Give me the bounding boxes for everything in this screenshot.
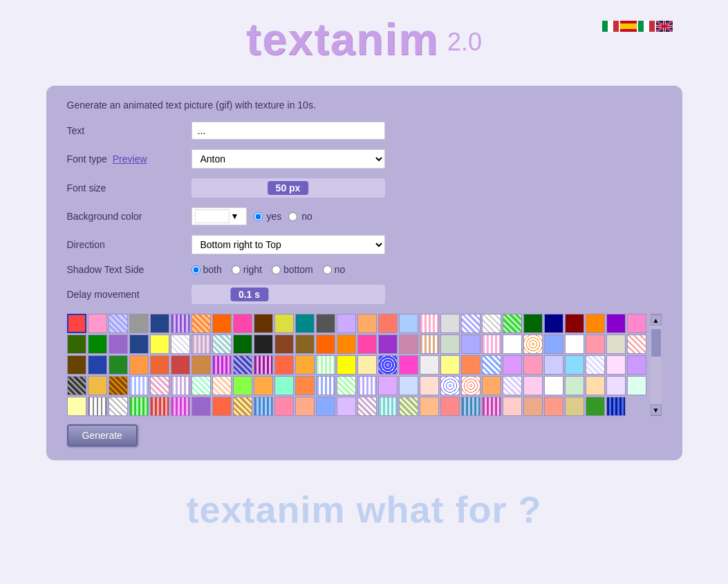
texture-cell[interactable]	[171, 335, 190, 354]
texture-cell[interactable]	[399, 314, 418, 333]
texture-cell[interactable]	[420, 376, 439, 395]
texture-cell[interactable]	[88, 355, 107, 375]
flag-spanish[interactable]	[620, 21, 637, 32]
texture-cell[interactable]	[523, 335, 543, 354]
texture-cell[interactable]	[129, 355, 149, 375]
texture-cell[interactable]	[337, 335, 356, 354]
texture-cell[interactable]	[212, 335, 232, 354]
texture-cell[interactable]	[523, 314, 543, 333]
texture-cell[interactable]	[316, 335, 335, 354]
texture-cell[interactable]	[399, 376, 418, 395]
texture-cell[interactable]	[254, 335, 273, 354]
texture-cell[interactable]	[129, 335, 149, 354]
texture-cell[interactable]	[274, 335, 294, 354]
texture-cell[interactable]	[233, 335, 252, 354]
texture-cell[interactable]	[316, 314, 335, 333]
texture-cell[interactable]	[129, 314, 149, 333]
texture-cell[interactable]	[171, 314, 190, 333]
texture-cell[interactable]	[254, 397, 273, 416]
texture-cell[interactable]	[295, 335, 315, 354]
texture-cell[interactable]	[67, 397, 86, 416]
texture-cell[interactable]	[503, 397, 522, 416]
color-dropdown-button[interactable]: ▼	[230, 211, 241, 221]
texture-cell[interactable]	[109, 397, 128, 416]
texture-cell[interactable]	[420, 314, 439, 333]
texture-cell[interactable]	[565, 335, 584, 354]
flag-uk[interactable]	[656, 21, 673, 32]
texture-cell[interactable]	[440, 355, 460, 375]
texture-cell[interactable]	[337, 355, 356, 375]
texture-cell[interactable]	[503, 376, 522, 395]
texture-cell[interactable]	[316, 397, 335, 416]
texture-cell[interactable]	[109, 314, 128, 333]
texture-cell[interactable]	[233, 397, 252, 416]
texture-cell[interactable]	[378, 355, 398, 375]
texture-cell[interactable]	[171, 355, 190, 375]
texture-cell[interactable]	[586, 355, 605, 375]
texture-cell[interactable]	[88, 314, 107, 333]
texture-cell[interactable]	[399, 335, 418, 354]
texture-cell[interactable]	[440, 314, 460, 333]
texture-cell[interactable]	[503, 335, 522, 354]
texture-cell[interactable]	[357, 376, 377, 395]
texture-cell[interactable]	[461, 355, 480, 375]
texture-cell[interactable]	[192, 355, 211, 375]
texture-cell[interactable]	[461, 335, 480, 354]
flag-italian[interactable]	[602, 21, 619, 32]
texture-cell[interactable]	[150, 355, 169, 375]
texture-cell[interactable]	[337, 314, 356, 333]
texture-cell[interactable]	[482, 314, 501, 333]
texture-cell[interactable]	[109, 355, 128, 375]
texture-cell[interactable]	[192, 376, 211, 395]
texture-cell[interactable]	[523, 355, 543, 375]
texture-cell[interactable]	[440, 397, 460, 416]
texture-cell[interactable]	[295, 314, 315, 333]
texture-cell[interactable]	[171, 397, 190, 416]
texture-cell[interactable]	[606, 355, 626, 375]
texture-cell[interactable]	[357, 355, 377, 375]
texture-cell[interactable]	[295, 376, 315, 395]
scroll-down-button[interactable]: ▼	[651, 404, 662, 415]
scroll-thumb[interactable]	[651, 329, 661, 357]
texture-cell[interactable]	[357, 397, 377, 416]
texture-cell[interactable]	[544, 335, 563, 354]
texture-cell[interactable]	[233, 355, 252, 375]
texture-cell[interactable]	[440, 376, 460, 395]
texture-cell[interactable]	[565, 314, 584, 333]
texture-cell[interactable]	[606, 376, 626, 395]
texture-cell[interactable]	[212, 355, 232, 375]
texture-cell[interactable]	[109, 335, 128, 354]
texture-cell[interactable]	[440, 335, 460, 354]
texture-cell[interactable]	[109, 376, 128, 395]
texture-cell[interactable]	[482, 335, 501, 354]
texture-cell[interactable]	[357, 335, 377, 354]
direction-select[interactable]: Bottom right to Top Left to Right Right …	[192, 235, 385, 254]
texture-cell[interactable]	[233, 314, 252, 333]
texture-cell[interactable]	[627, 314, 646, 333]
preview-link[interactable]: Preview	[113, 153, 147, 164]
texture-cell[interactable]	[544, 314, 563, 333]
texture-cell[interactable]	[378, 376, 398, 395]
texture-cell[interactable]	[254, 314, 273, 333]
texture-cell[interactable]	[378, 335, 398, 354]
bg-yes-radio[interactable]	[254, 212, 263, 221]
texture-cell[interactable]	[586, 397, 605, 416]
texture-cell[interactable]	[192, 397, 211, 416]
texture-cell[interactable]	[503, 314, 522, 333]
texture-cell[interactable]	[606, 335, 626, 354]
texture-cell[interactable]	[233, 376, 252, 395]
texture-cell[interactable]	[399, 355, 418, 375]
generate-button[interactable]: Generate	[67, 424, 138, 446]
texture-cell[interactable]	[254, 376, 273, 395]
texture-cell[interactable]	[67, 314, 86, 333]
texture-cell[interactable]	[544, 376, 563, 395]
texture-cell[interactable]	[503, 355, 522, 375]
texture-cell[interactable]	[337, 376, 356, 395]
shadow-no-radio[interactable]	[323, 265, 332, 274]
texture-cell[interactable]	[357, 314, 377, 333]
texture-cell[interactable]	[212, 397, 232, 416]
texture-cell[interactable]	[627, 335, 646, 354]
texture-cell[interactable]	[274, 314, 294, 333]
texture-cell[interactable]	[420, 335, 439, 354]
texture-cell[interactable]	[586, 376, 605, 395]
